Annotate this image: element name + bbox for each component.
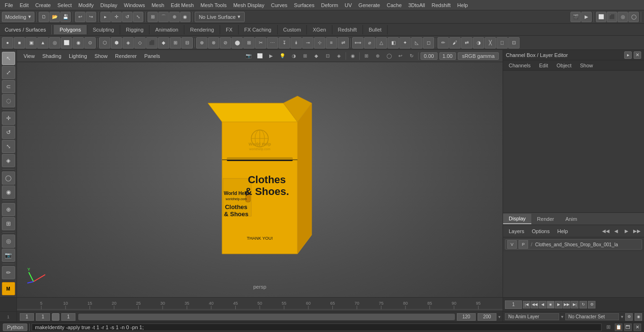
pipe-icon-btn[interactable]: ⊙ (84, 37, 96, 49)
vt-camera-icon[interactable]: 📷 (244, 51, 253, 61)
fill-icon-btn[interactable]: ⬤ (231, 37, 243, 49)
loop-btn[interactable]: ↻ (579, 301, 587, 308)
tab-animation[interactable]: Animation (149, 25, 184, 34)
live-surface-btn[interactable]: No Live Surface ▾ (195, 12, 245, 22)
cb-tab-edit[interactable]: Edit (535, 62, 552, 69)
cone-icon-btn[interactable]: ▲ (37, 37, 49, 49)
options-btn[interactable]: ⚙ (588, 301, 595, 308)
menu-cache[interactable]: Cache (384, 1, 405, 9)
layer-pickable-btn[interactable]: P (519, 240, 528, 249)
step-fwd-btn[interactable]: ▶▶ (563, 301, 570, 308)
connect-icon-btn[interactable]: ⋯ (267, 37, 278, 49)
timeline-ruler[interactable]: 5 10 15 20 25 30 35 40 45 (17, 298, 503, 311)
layers-fwd-btn[interactable]: ▶ (622, 227, 631, 235)
menu-3dtoall[interactable]: 3DtoAll (405, 1, 428, 9)
menu-create[interactable]: Create (33, 1, 54, 9)
menu-uv[interactable]: UV (342, 1, 355, 9)
menu-redshift[interactable]: Redshift (429, 1, 453, 9)
menu-modify[interactable]: Modify (75, 1, 96, 9)
display-btn2[interactable]: ⬛ (607, 12, 617, 22)
layers-end-btn[interactable]: ▶▶ (633, 227, 641, 235)
anim-extra-btn[interactable]: ◉ (635, 313, 642, 321)
proportional-btn[interactable]: ◉ (2, 186, 15, 199)
vt-xray-icon[interactable]: ◈ (334, 51, 344, 61)
transfer-icon-btn[interactable]: ⇄ (461, 37, 472, 49)
bottom-win-btn2[interactable]: 🗔 (624, 324, 632, 331)
snap-curve-btn[interactable]: ⌒ (158, 12, 169, 22)
subdiv-icon-btn[interactable]: ⬢ (111, 37, 122, 49)
menu-windows[interactable]: Windows (121, 1, 148, 9)
vt-display-icon[interactable]: ⬜ (255, 51, 264, 61)
vt-colorspace[interactable]: sRGB gamma (458, 52, 499, 60)
select-tool-btn[interactable]: ▸ (100, 12, 111, 22)
paint2-icon-btn[interactable]: 🖌 (449, 37, 461, 49)
torus-icon-btn[interactable]: ◎ (49, 37, 60, 49)
vt-light-icon[interactable]: 💡 (278, 51, 287, 61)
disc-icon-btn[interactable]: ◉ (73, 37, 84, 49)
paint1-icon-btn[interactable]: ✏ (438, 37, 449, 49)
menu-mesh-display[interactable]: Mesh Display (231, 1, 267, 9)
open-scene-btn[interactable]: 📂 (50, 12, 60, 22)
cb-tab-channels[interactable]: Channels (505, 62, 534, 69)
tab-bullet[interactable]: Bullet (363, 25, 388, 34)
channel-box-close-btn[interactable]: ✕ (634, 51, 641, 59)
python-tab[interactable]: Python (3, 324, 27, 331)
vt-renderer-menu[interactable]: Renderer (112, 52, 140, 60)
split-icon-btn[interactable]: ⊸ (302, 37, 314, 49)
vt-lighting-menu[interactable]: Lighting (66, 52, 90, 60)
vt-grid-icon[interactable]: ⊞ (362, 51, 371, 61)
display-btn1[interactable]: ⬜ (596, 12, 606, 22)
disp-tab-render[interactable]: Render (531, 214, 560, 224)
current-frame-input[interactable] (505, 300, 522, 309)
vt-shading-menu[interactable]: Shading (40, 52, 64, 60)
cb-tab-object[interactable]: Object (553, 62, 575, 69)
vt-isolate-icon[interactable]: ◉ (348, 51, 357, 61)
vt-material-icon[interactable]: ◆ (312, 51, 321, 61)
cube-icon-btn[interactable]: ■ (14, 37, 25, 49)
multi-select-btn[interactable]: ⤢ (2, 66, 15, 79)
vt-panels-menu[interactable]: Panels (141, 52, 163, 60)
move-tool-btn[interactable]: ✛ (111, 12, 122, 22)
cleanup-icon-btn[interactable]: ✦ (399, 37, 411, 49)
menu-edit-mesh[interactable]: Edit Mesh (168, 1, 197, 9)
tab-rendering[interactable]: Rendering (184, 25, 220, 34)
anim-settings-btn[interactable]: ⚙ (625, 313, 633, 321)
curves-surfaces-tab[interactable]: Curves / Surfaces (1, 25, 50, 34)
stop-btn[interactable]: ■ (547, 301, 554, 308)
menu-surfaces[interactable]: Surfaces (291, 1, 317, 9)
plane-icon-btn[interactable]: ⬜ (61, 37, 72, 49)
tab-custom[interactable]: Custom (278, 25, 307, 34)
menu-generate[interactable]: Generate (355, 1, 383, 9)
soft-select-btn[interactable]: ◯ (2, 171, 15, 185)
display2-icon-btn[interactable]: ⊡ (508, 37, 520, 49)
tab-redshift[interactable]: Redshift (332, 25, 363, 34)
triangulate-icon-btn[interactable]: ◺ (411, 37, 422, 49)
vt-refresh-icon[interactable]: ↻ (407, 51, 416, 61)
rotate-lt-btn[interactable]: ↺ (2, 126, 15, 139)
render-btn[interactable]: 🎬 (570, 12, 581, 22)
play-back-btn[interactable]: ◀ (539, 301, 546, 308)
menu-curves[interactable]: Curves (268, 1, 290, 9)
mesh-icon-btn[interactable]: ⬡ (99, 37, 110, 49)
bridge-icon-btn[interactable]: ⊘ (220, 37, 231, 49)
merge-icon-btn[interactable]: ↡ (290, 37, 302, 49)
step-back-btn[interactable]: ◀◀ (531, 301, 538, 308)
tab-fx-caching[interactable]: FX Caching (239, 25, 277, 34)
menu-help[interactable]: Help (454, 1, 471, 9)
paint-select-btn[interactable]: ◌ (2, 94, 15, 107)
char-set-dropdown[interactable]: No Character Set (565, 313, 619, 320)
show-manip-btn[interactable]: ◈ (2, 154, 15, 167)
layers-menu-help[interactable]: Help (554, 227, 571, 235)
tab-fx[interactable]: FX (220, 25, 239, 34)
menu-deform[interactable]: Deform (318, 1, 341, 9)
vt-space-icon[interactable]: ◯ (384, 51, 394, 61)
anim-layer-dropdown[interactable]: No Anim Layer (505, 313, 559, 320)
extrude-icon-btn[interactable]: ⊕ (196, 37, 207, 49)
cb-tab-show[interactable]: Show (576, 62, 597, 69)
end-frame-input[interactable] (457, 313, 476, 321)
facet-icon-btn[interactable]: ◇ (134, 37, 146, 49)
anim-range-bar[interactable] (78, 314, 455, 320)
disp-tab-display[interactable]: Display (503, 214, 531, 224)
anim-frame-2-input[interactable] (36, 313, 50, 321)
snap-lt-btn[interactable]: ⊕ (2, 203, 15, 216)
